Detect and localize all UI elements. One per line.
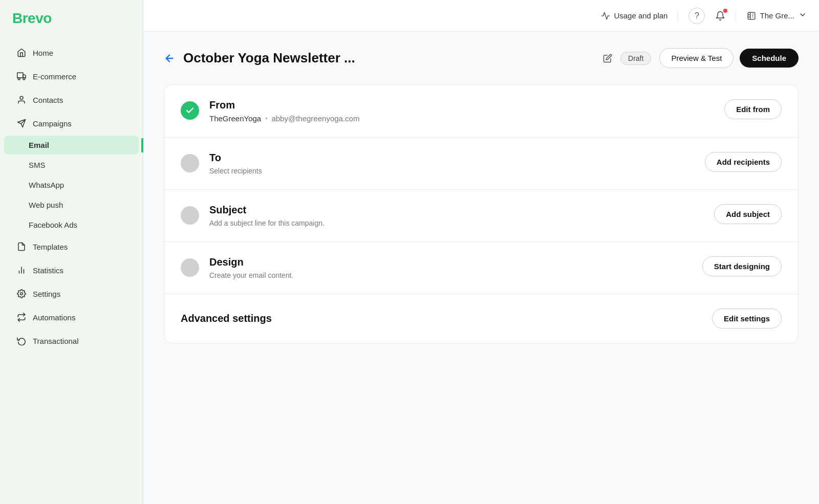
- subject-section-body: Subject Add a subject line for this camp…: [209, 204, 704, 227]
- subject-section: Subject Add a subject line for this camp…: [164, 190, 798, 242]
- sidebar: Brevo Home E-commerce Contacts Campaigns…: [0, 0, 143, 504]
- edit-title-button[interactable]: [603, 54, 612, 63]
- logo: Brevo: [0, 0, 143, 37]
- sidebar-item-transactional-label: Transactional: [33, 337, 79, 345]
- back-button[interactable]: [164, 53, 175, 64]
- to-section-body: To Select recipients: [209, 152, 695, 175]
- page-title: October Yoga Newsletter ...: [183, 50, 595, 66]
- sidebar-item-contacts-label: Contacts: [33, 96, 63, 104]
- sidebar-item-automations-label: Automations: [33, 313, 75, 322]
- settings-icon: [16, 289, 27, 299]
- preview-test-button[interactable]: Preview & Test: [659, 48, 734, 68]
- transactional-icon: [16, 336, 27, 346]
- advanced-section-action: Edit settings: [712, 309, 782, 328]
- to-subtitle: Select recipients: [209, 167, 695, 175]
- from-status-icon: [181, 101, 199, 120]
- sidebar-item-facebook-label: Facebook Ads: [29, 221, 77, 229]
- from-details: TheGreenYoga • abby@thegreenyoga.com: [209, 114, 714, 123]
- sidebar-item-webpush[interactable]: Web push: [4, 195, 139, 214]
- activity-icon: [600, 11, 611, 21]
- dot-separator: •: [265, 115, 267, 122]
- to-status-icon: [181, 154, 199, 172]
- chevron-down-icon: [799, 11, 807, 20]
- to-title: To: [209, 152, 695, 164]
- subject-subtitle: Add a subject line for this campaign.: [209, 219, 704, 227]
- sidebar-item-statistics-label: Statistics: [33, 266, 63, 275]
- design-subtitle: Create your email content.: [209, 271, 692, 279]
- brand-name: Brevo: [12, 10, 52, 26]
- campaigns-icon: [16, 118, 27, 128]
- usage-plan-label: Usage and plan: [614, 11, 667, 20]
- contacts-icon: [16, 95, 27, 105]
- sidebar-item-statistics[interactable]: Statistics: [4, 259, 139, 281]
- sidebar-item-sms[interactable]: SMS: [4, 156, 139, 174]
- svg-point-4: [20, 96, 23, 99]
- sidebar-item-whatsapp[interactable]: WhatsApp: [4, 176, 139, 194]
- sidebar-item-ecommerce[interactable]: E-commerce: [4, 65, 139, 87]
- sidebar-item-email-label: Email: [29, 141, 49, 149]
- topbar-divider-2: [736, 10, 736, 22]
- advanced-title: Advanced settings: [181, 313, 712, 324]
- advanced-settings-section: Advanced settings Edit settings: [164, 294, 798, 343]
- automations-icon: [16, 312, 27, 322]
- svg-point-2: [18, 78, 20, 80]
- to-section-action: Add recipients: [705, 152, 782, 172]
- sidebar-item-sms-label: SMS: [29, 161, 46, 169]
- svg-point-3: [23, 78, 25, 80]
- svg-rect-0: [17, 73, 23, 78]
- sidebar-item-facebook[interactable]: Facebook Ads: [4, 215, 139, 234]
- main-content: Usage and plan ? The Gre... October Yoga…: [143, 0, 819, 504]
- sidebar-item-ecommerce-label: E-commerce: [33, 72, 76, 81]
- page-header: October Yoga Newsletter ... Draft Previe…: [164, 48, 799, 68]
- home-icon: [16, 48, 27, 58]
- from-section-action: Edit from: [724, 99, 782, 119]
- sidebar-item-templates-label: Templates: [33, 243, 68, 251]
- sidebar-item-settings-label: Settings: [33, 290, 60, 298]
- sidebar-item-campaigns[interactable]: Campaigns: [4, 112, 139, 135]
- ecommerce-icon: [16, 71, 27, 81]
- sender-email: abby@thegreenyoga.com: [271, 114, 359, 123]
- building-icon: [746, 11, 757, 21]
- add-recipients-button[interactable]: Add recipients: [705, 152, 782, 172]
- edit-from-button[interactable]: Edit from: [724, 99, 782, 119]
- subject-title: Subject: [209, 204, 704, 216]
- sidebar-item-settings[interactable]: Settings: [4, 282, 139, 305]
- subject-status-icon: [181, 206, 199, 225]
- start-designing-button[interactable]: Start designing: [702, 256, 782, 276]
- to-section: To Select recipients Add recipients: [164, 138, 798, 190]
- sidebar-item-campaigns-label: Campaigns: [33, 119, 72, 128]
- edit-settings-button[interactable]: Edit settings: [712, 309, 782, 328]
- design-status-icon: [181, 258, 199, 277]
- design-section: Design Create your email content. Start …: [164, 242, 798, 294]
- sidebar-item-whatsapp-label: WhatsApp: [29, 181, 64, 189]
- usage-and-plan-button[interactable]: Usage and plan: [600, 11, 667, 21]
- schedule-button[interactable]: Schedule: [740, 49, 799, 68]
- status-badge: Draft: [620, 52, 651, 65]
- sidebar-item-templates[interactable]: Templates: [4, 235, 139, 258]
- account-menu-button[interactable]: The Gre...: [746, 11, 807, 21]
- add-subject-button[interactable]: Add subject: [714, 204, 782, 224]
- design-section-body: Design Create your email content.: [209, 256, 692, 279]
- sidebar-item-contacts[interactable]: Contacts: [4, 89, 139, 111]
- topbar: Usage and plan ? The Gre...: [143, 0, 819, 32]
- svg-rect-11: [748, 12, 756, 19]
- sidebar-item-webpush-label: Web push: [29, 201, 63, 209]
- from-title: From: [209, 99, 714, 111]
- statistics-icon: [16, 265, 27, 275]
- from-section: From TheGreenYoga • abby@thegreenyoga.co…: [164, 85, 798, 138]
- sidebar-item-home[interactable]: Home: [4, 41, 139, 64]
- sidebar-item-automations[interactable]: Automations: [4, 306, 139, 328]
- header-actions: Preview & Test Schedule: [659, 48, 799, 68]
- subject-section-action: Add subject: [714, 204, 782, 224]
- account-name-label: The Gre...: [760, 11, 794, 20]
- help-icon-button[interactable]: ?: [688, 8, 705, 24]
- svg-point-10: [20, 293, 23, 295]
- notifications-icon-button[interactable]: [715, 11, 725, 21]
- sidebar-item-email[interactable]: Email: [4, 136, 139, 155]
- topbar-divider-1: [678, 10, 678, 22]
- sidebar-item-transactional[interactable]: Transactional: [4, 330, 139, 352]
- page-content-area: October Yoga Newsletter ... Draft Previe…: [143, 32, 819, 504]
- sender-name: TheGreenYoga: [209, 114, 261, 123]
- svg-marker-1: [23, 75, 26, 78]
- sidebar-item-home-label: Home: [33, 49, 53, 57]
